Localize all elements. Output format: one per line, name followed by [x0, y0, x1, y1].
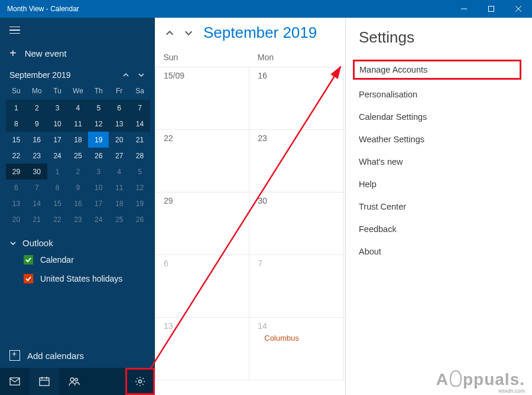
mini-day-cell[interactable]: 23	[68, 211, 89, 227]
settings-item-help[interactable]: Help	[359, 173, 519, 195]
mini-day-cell[interactable]: 29	[6, 164, 27, 179]
mini-day-cell[interactable]: 5	[88, 100, 109, 116]
new-event-button[interactable]: + New event	[9, 47, 145, 59]
mini-day-cell[interactable]: 11	[68, 116, 89, 132]
mini-day-cell[interactable]: 4	[68, 100, 89, 116]
mini-day-cell[interactable]: 9	[27, 116, 47, 132]
mini-day-cell[interactable]: 1	[47, 164, 68, 179]
mini-prev-month[interactable]	[121, 70, 131, 80]
mini-day-cell[interactable]: 12	[88, 116, 109, 132]
mini-day-cell[interactable]: 3	[47, 100, 68, 116]
mini-day-cell[interactable]: 22	[47, 211, 68, 227]
settings-button[interactable]	[125, 368, 155, 395]
mini-next-month[interactable]	[136, 70, 147, 80]
mini-day-cell[interactable]: 6	[109, 100, 129, 116]
event-pill[interactable]: Columbus	[258, 333, 304, 343]
mini-day-cell[interactable]: 9	[68, 179, 89, 195]
mini-calendar[interactable]: SuMoTuWeThFrSa 1234567891011121314151617…	[6, 84, 150, 227]
mini-day-cell[interactable]: 2	[27, 100, 47, 116]
hamburger-icon[interactable]	[9, 24, 22, 37]
day-cell[interactable]: 6	[155, 254, 249, 317]
chevron-down-icon	[9, 240, 17, 247]
day-cell[interactable]: 23	[249, 129, 343, 192]
mini-day-cell[interactable]: 15	[47, 195, 68, 211]
settings-item-trust-center[interactable]: Trust Center	[359, 195, 519, 218]
mini-day-cell[interactable]: 3	[88, 164, 109, 179]
checkbox-icon[interactable]	[24, 274, 33, 283]
day-cell[interactable]: 29	[155, 192, 249, 254]
mini-day-cell[interactable]: 21	[129, 132, 150, 148]
mini-day-cell[interactable]: 6	[6, 179, 27, 195]
day-cell[interactable]: 30	[249, 192, 343, 254]
settings-item-what-s-new[interactable]: What's new	[359, 151, 519, 173]
mini-day-cell[interactable]: 8	[47, 179, 68, 195]
mini-day-cell[interactable]: 28	[129, 148, 150, 164]
mini-day-cell[interactable]: 4	[109, 164, 129, 179]
calendar-button[interactable]	[30, 368, 59, 395]
settings-item-calendar-settings[interactable]: Calendar Settings	[359, 106, 519, 128]
mini-day-cell[interactable]: 18	[109, 195, 129, 211]
maximize-button[interactable]	[478, 0, 505, 18]
mini-day-cell[interactable]: 8	[6, 116, 27, 132]
day-cell[interactable]: 22	[155, 129, 249, 192]
mini-day-cell[interactable]: 15	[6, 132, 27, 148]
mini-day-cell[interactable]: 13	[6, 195, 27, 211]
mini-day-cell[interactable]: 24	[47, 148, 68, 164]
settings-item-personalisation[interactable]: Personalisation	[359, 83, 519, 106]
day-cell[interactable]: 7	[249, 254, 343, 317]
mini-day-cell[interactable]: 22	[6, 148, 27, 164]
mini-day-cell[interactable]: 20	[109, 132, 129, 148]
mini-day-cell[interactable]: 27	[109, 148, 129, 164]
settings-item-manage-accounts[interactable]: Manage Accounts	[353, 60, 521, 80]
mini-day-cell[interactable]: 23	[27, 148, 47, 164]
mini-day-cell[interactable]: 1	[6, 100, 27, 116]
mini-day-cell[interactable]: 17	[88, 195, 109, 211]
minimize-button[interactable]	[450, 0, 478, 18]
day-cell[interactable]: 16	[249, 67, 343, 129]
mini-day-cell[interactable]: 7	[27, 179, 47, 195]
people-icon	[68, 376, 80, 387]
mini-day-cell[interactable]: 14	[129, 116, 150, 132]
mini-day-cell[interactable]: 14	[27, 195, 47, 211]
mini-day-cell[interactable]: 30	[27, 164, 47, 179]
mail-button[interactable]	[0, 368, 30, 395]
mini-day-cell[interactable]: 10	[47, 116, 68, 132]
mini-day-cell[interactable]: 26	[129, 211, 150, 227]
mini-day-cell[interactable]: 12	[129, 179, 150, 195]
mini-day-cell[interactable]: 19	[129, 195, 150, 211]
account-outlook[interactable]: Outlook	[0, 233, 155, 250]
day-cell[interactable]: 13	[155, 317, 249, 380]
settings-item-about[interactable]: About	[359, 240, 519, 263]
mini-day-cell[interactable]: 20	[6, 211, 27, 227]
mini-day-cell[interactable]: 16	[27, 132, 47, 148]
mini-day-cell[interactable]: 13	[109, 116, 129, 132]
add-calendars-button[interactable]: Add calendars	[0, 342, 155, 368]
mini-day-cell[interactable]: 17	[47, 132, 68, 148]
add-calendar-icon	[9, 350, 20, 361]
prev-month-button[interactable]	[163, 27, 176, 40]
day-cell[interactable]: 15/09	[155, 67, 249, 129]
mini-day-cell[interactable]: 7	[129, 100, 150, 116]
mini-day-cell[interactable]: 18	[68, 132, 89, 148]
mini-day-cell[interactable]: 19	[88, 132, 109, 148]
mini-day-cell[interactable]: 10	[88, 179, 109, 195]
calendar-toggle-row[interactable]: United States holidays	[0, 269, 155, 288]
mini-day-cell[interactable]: 2	[68, 164, 89, 179]
mini-day-cell[interactable]: 26	[88, 148, 109, 164]
mini-day-cell[interactable]: 16	[68, 195, 89, 211]
next-month-button[interactable]	[182, 27, 195, 40]
settings-item-feedback[interactable]: Feedback	[359, 218, 519, 240]
day-cell[interactable]: 14Columbus	[249, 317, 343, 380]
mini-day-cell[interactable]: 24	[88, 211, 109, 227]
mini-day-cell[interactable]: 25	[68, 148, 89, 164]
close-button[interactable]	[505, 0, 532, 18]
calendar-toggle-row[interactable]: Calendar	[0, 250, 155, 269]
settings-item-weather-settings[interactable]: Weather Settings	[359, 128, 519, 151]
mini-day-cell[interactable]: 21	[27, 211, 47, 227]
people-button[interactable]	[59, 368, 89, 395]
mini-day-cell[interactable]: 5	[129, 164, 150, 179]
dow-header: Mon	[249, 48, 343, 67]
checkbox-icon[interactable]	[24, 255, 33, 265]
mini-day-cell[interactable]: 25	[109, 211, 129, 227]
mini-day-cell[interactable]: 11	[109, 179, 129, 195]
